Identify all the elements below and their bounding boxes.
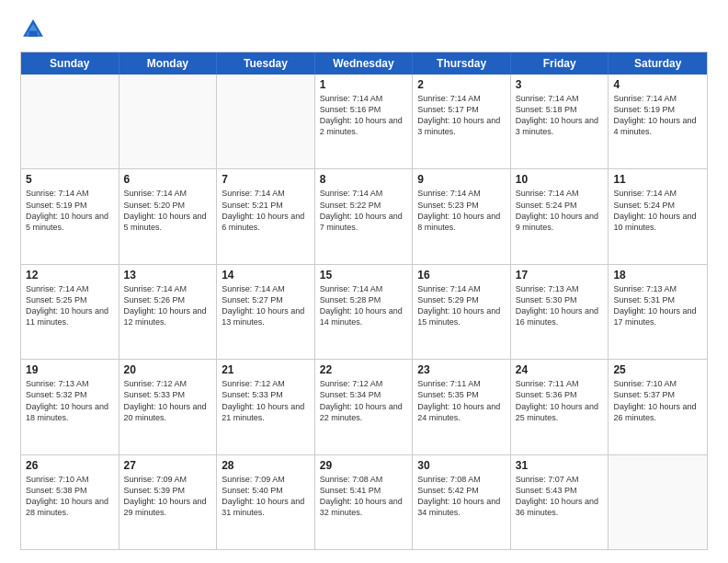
day-number: 23 xyxy=(417,363,506,376)
cell-info: Sunrise: 7:14 AM xyxy=(222,283,310,294)
day-number: 14 xyxy=(222,269,310,282)
cell-info: Sunrise: 7:13 AM xyxy=(613,283,702,294)
day-number: 13 xyxy=(124,269,212,282)
cell-info: Sunset: 5:35 PM xyxy=(417,389,506,400)
cell-info: Sunset: 5:32 PM xyxy=(26,389,114,400)
cal-cell: 26Sunrise: 7:10 AMSunset: 5:38 PMDayligh… xyxy=(21,455,119,549)
cal-cell: 27Sunrise: 7:09 AMSunset: 5:39 PMDayligh… xyxy=(119,455,218,549)
cell-info: Sunset: 5:26 PM xyxy=(124,294,212,305)
day-number: 16 xyxy=(417,269,506,282)
cal-cell: 6Sunrise: 7:14 AMSunset: 5:20 PMDaylight… xyxy=(119,169,218,263)
cell-info: Sunrise: 7:08 AM xyxy=(320,474,408,485)
cell-info: Sunset: 5:29 PM xyxy=(417,294,506,305)
cal-cell: 12Sunrise: 7:14 AMSunset: 5:25 PMDayligh… xyxy=(21,265,119,359)
cal-cell: 7Sunrise: 7:14 AMSunset: 5:21 PMDaylight… xyxy=(217,169,315,263)
cell-info: Sunset: 5:22 PM xyxy=(320,200,408,211)
day-number: 25 xyxy=(613,363,702,376)
cal-cell: 24Sunrise: 7:11 AMSunset: 5:36 PMDayligh… xyxy=(511,360,609,454)
day-number: 9 xyxy=(417,173,506,186)
cell-info: Sunset: 5:40 PM xyxy=(222,485,310,496)
cell-info: Sunset: 5:25 PM xyxy=(26,294,114,305)
day-number: 11 xyxy=(613,173,702,186)
cell-info: Daylight: 10 hours and 21 minutes. xyxy=(222,401,310,423)
cell-info: Daylight: 10 hours and 7 minutes. xyxy=(320,211,408,233)
logo-icon xyxy=(20,17,46,42)
cell-info: Sunrise: 7:12 AM xyxy=(222,378,310,389)
cal-cell: 1Sunrise: 7:14 AMSunset: 5:16 PMDaylight… xyxy=(315,75,414,168)
cell-info: Sunrise: 7:10 AM xyxy=(613,378,702,389)
cell-info: Sunset: 5:43 PM xyxy=(516,485,604,496)
cell-info: Sunset: 5:24 PM xyxy=(516,200,604,211)
cal-cell: 29Sunrise: 7:08 AMSunset: 5:41 PMDayligh… xyxy=(315,455,414,549)
cell-info: Sunrise: 7:13 AM xyxy=(26,378,114,389)
week-row-3: 12Sunrise: 7:14 AMSunset: 5:25 PMDayligh… xyxy=(21,264,707,359)
day-number: 5 xyxy=(26,173,114,186)
cell-info: Sunrise: 7:14 AM xyxy=(516,188,604,199)
cell-info: Sunrise: 7:14 AM xyxy=(222,188,310,199)
day-number: 30 xyxy=(417,459,506,472)
svg-rect-2 xyxy=(28,31,37,37)
cal-cell: 20Sunrise: 7:12 AMSunset: 5:33 PMDayligh… xyxy=(119,360,218,454)
day-number: 2 xyxy=(417,78,506,91)
logo xyxy=(20,17,50,42)
cell-info: Sunset: 5:20 PM xyxy=(124,200,212,211)
day-number: 10 xyxy=(516,173,604,186)
cell-info: Daylight: 10 hours and 3 minutes. xyxy=(516,115,604,137)
cal-cell: 21Sunrise: 7:12 AMSunset: 5:33 PMDayligh… xyxy=(217,360,315,454)
cell-info: Sunset: 5:41 PM xyxy=(320,485,408,496)
cell-info: Daylight: 10 hours and 26 minutes. xyxy=(613,401,702,423)
cell-info: Sunset: 5:21 PM xyxy=(222,200,310,211)
cell-info: Daylight: 10 hours and 14 minutes. xyxy=(320,305,408,327)
cal-cell: 8Sunrise: 7:14 AMSunset: 5:22 PMDaylight… xyxy=(315,169,414,263)
cell-info: Sunrise: 7:14 AM xyxy=(516,93,604,104)
cell-info: Daylight: 10 hours and 2 minutes. xyxy=(320,115,408,137)
cell-info: Daylight: 10 hours and 36 minutes. xyxy=(516,496,604,518)
cell-info: Sunrise: 7:08 AM xyxy=(417,474,506,485)
cell-info: Sunrise: 7:13 AM xyxy=(516,283,604,294)
cell-info: Daylight: 10 hours and 8 minutes. xyxy=(417,211,506,233)
cell-info: Sunset: 5:39 PM xyxy=(124,485,212,496)
cal-cell: 4Sunrise: 7:14 AMSunset: 5:19 PMDaylight… xyxy=(609,75,707,168)
cal-cell: 19Sunrise: 7:13 AMSunset: 5:32 PMDayligh… xyxy=(21,360,119,454)
cell-info: Daylight: 10 hours and 32 minutes. xyxy=(320,496,408,518)
page: SundayMondayTuesdayWednesdayThursdayFrid… xyxy=(0,0,728,563)
cell-info: Daylight: 10 hours and 25 minutes. xyxy=(516,401,604,423)
cell-info: Sunset: 5:30 PM xyxy=(516,294,604,305)
cell-info: Sunset: 5:17 PM xyxy=(417,104,506,115)
day-number: 6 xyxy=(124,173,212,186)
header-cell-saturday: Saturday xyxy=(609,52,707,75)
day-number: 28 xyxy=(222,459,310,472)
cell-info: Sunset: 5:19 PM xyxy=(613,104,702,115)
cal-cell: 22Sunrise: 7:12 AMSunset: 5:34 PMDayligh… xyxy=(315,360,414,454)
cal-cell xyxy=(21,75,119,168)
week-row-4: 19Sunrise: 7:13 AMSunset: 5:32 PMDayligh… xyxy=(21,359,707,454)
cell-info: Daylight: 10 hours and 5 minutes. xyxy=(124,211,212,233)
cell-info: Daylight: 10 hours and 10 minutes. xyxy=(613,211,702,233)
cell-info: Sunrise: 7:14 AM xyxy=(320,93,408,104)
cell-info: Daylight: 10 hours and 16 minutes. xyxy=(516,305,604,327)
cell-info: Sunrise: 7:14 AM xyxy=(124,188,212,199)
cal-cell: 16Sunrise: 7:14 AMSunset: 5:29 PMDayligh… xyxy=(413,265,511,359)
cell-info: Sunset: 5:33 PM xyxy=(222,389,310,400)
cell-info: Daylight: 10 hours and 24 minutes. xyxy=(417,401,506,423)
cell-info: Daylight: 10 hours and 31 minutes. xyxy=(222,496,310,518)
cell-info: Sunset: 5:37 PM xyxy=(613,389,702,400)
header-cell-friday: Friday xyxy=(511,52,609,75)
header xyxy=(20,17,708,42)
cell-info: Daylight: 10 hours and 29 minutes. xyxy=(124,496,212,518)
cell-info: Daylight: 10 hours and 15 minutes. xyxy=(417,305,506,327)
calendar-body: 1Sunrise: 7:14 AMSunset: 5:16 PMDaylight… xyxy=(21,75,707,549)
week-row-5: 26Sunrise: 7:10 AMSunset: 5:38 PMDayligh… xyxy=(21,454,707,549)
day-number: 24 xyxy=(516,363,604,376)
day-number: 15 xyxy=(320,269,408,282)
cell-info: Sunset: 5:16 PM xyxy=(320,104,408,115)
header-cell-monday: Monday xyxy=(119,52,218,75)
cell-info: Sunset: 5:31 PM xyxy=(613,294,702,305)
cell-info: Daylight: 10 hours and 11 minutes. xyxy=(26,305,114,327)
cell-info: Sunrise: 7:14 AM xyxy=(613,188,702,199)
day-number: 4 xyxy=(613,78,702,91)
cell-info: Sunset: 5:36 PM xyxy=(516,389,604,400)
header-cell-thursday: Thursday xyxy=(413,52,511,75)
cell-info: Sunrise: 7:14 AM xyxy=(320,283,408,294)
cell-info: Sunset: 5:33 PM xyxy=(124,389,212,400)
